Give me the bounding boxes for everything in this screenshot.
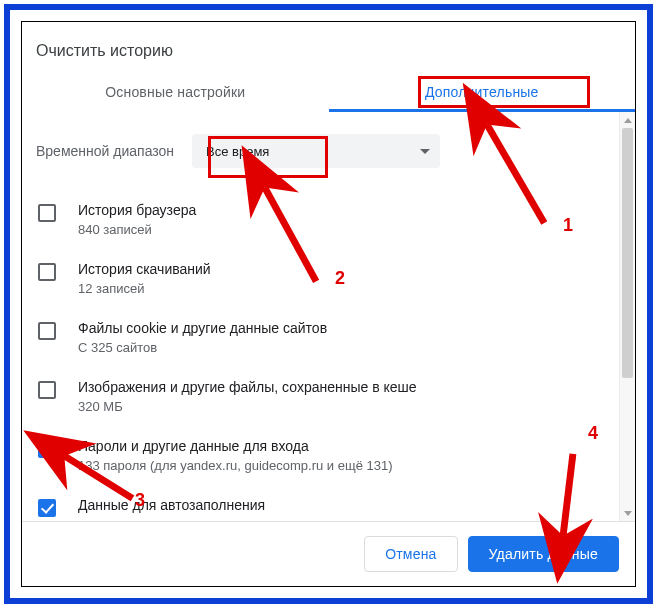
annotation-box-2 — [208, 136, 328, 178]
annotation-number-4: 4 — [588, 423, 598, 444]
annotation-box-1 — [418, 76, 590, 108]
annotation-number-1: 1 — [563, 215, 573, 236]
annotation-number-3: 3 — [135, 490, 145, 511]
annotation-number-2: 2 — [335, 268, 345, 289]
